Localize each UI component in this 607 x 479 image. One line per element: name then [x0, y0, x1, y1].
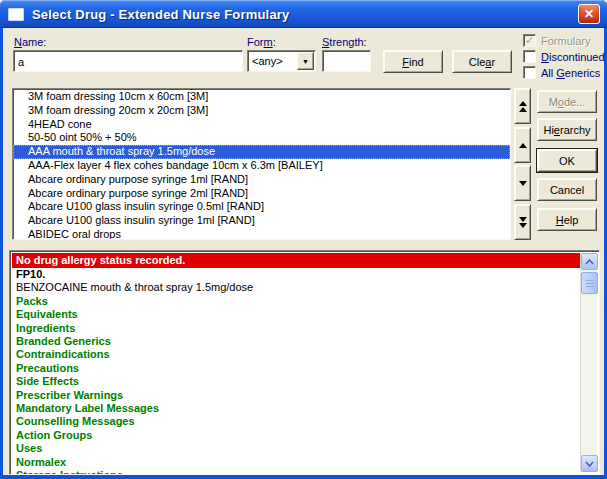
detail-link-label: Equivalents	[16, 308, 78, 320]
detail-link-label: Contraindications	[16, 348, 110, 360]
detail-link[interactable]: Precautions	[12, 362, 580, 375]
drug-list-item-label: ABIDEC oral drops	[28, 228, 121, 240]
down-arrow-icon	[519, 181, 527, 186]
detail-link-label: Ingredients	[16, 322, 75, 334]
strength-input[interactable]	[322, 50, 371, 72]
detail-link-label: Storage Instructions	[16, 469, 123, 475]
detail-link[interactable]: Branded Generics	[12, 335, 580, 348]
form-dropdown-value: <any>	[252, 55, 283, 67]
drug-list-item[interactable]: Abcare U100 glass insulin syringe 0.5ml …	[13, 200, 510, 214]
scroll-down-button[interactable]	[514, 165, 531, 201]
cancel-button[interactable]: Cancel	[537, 178, 597, 201]
drug-list-item-label: AAA mouth & throat spray 1.5mg/dose	[28, 145, 215, 157]
drug-list-item-label: AAA-Flex layer 4 flex cohes bandage 10cm…	[28, 159, 323, 171]
drug-details-content: FP10. BENZOCAINE mouth & throat spray 1.…	[12, 268, 580, 475]
detail-link[interactable]: Normalex	[12, 456, 580, 469]
drug-list-item[interactable]: 50-50 oint 50% + 50%	[13, 131, 510, 145]
all-generics-checkbox-label: All Generics	[541, 67, 600, 79]
details-scroll-down-button[interactable]	[581, 455, 598, 472]
dialog-body: Name: Form: Strength: <any> ▼ Find Clear…	[3, 28, 604, 475]
discontinued-checkbox-label: Discontinued	[541, 51, 605, 63]
drug-list-item-label: Abcare U100 glass insulin syringe 0.5ml …	[28, 200, 264, 212]
scroll-to-bottom-button[interactable]	[514, 204, 531, 240]
detail-link[interactable]: Counselling Messages	[12, 415, 580, 428]
chevron-down-icon	[585, 461, 594, 467]
select-drug-dialog: Select Drug - Extended Nurse Formulary ✕…	[0, 0, 607, 479]
drug-list-item[interactable]: 3M foam dressing 20cm x 20cm [3M]	[13, 104, 510, 118]
detail-link-label: Counselling Messages	[16, 415, 135, 427]
formulary-checkbox: ✓	[523, 34, 536, 47]
selected-drug-generic-name: BENZOCAINE mouth & throat spray 1.5mg/do…	[12, 281, 580, 294]
drug-list-item-label: 50-50 oint 50% + 50%	[28, 131, 137, 143]
detail-links: Packs Equivalents Ingredients Branded Ge…	[12, 295, 580, 475]
detail-link[interactable]: Equivalents	[12, 308, 580, 321]
detail-link[interactable]: Mandatory Label Messages	[12, 402, 580, 415]
discontinued-checkbox[interactable]	[523, 50, 536, 63]
close-icon: ✕	[584, 7, 594, 21]
detail-link[interactable]: Contraindications	[12, 348, 580, 361]
details-scrollbar[interactable]	[580, 253, 597, 472]
detail-link[interactable]: Ingredients	[12, 322, 580, 335]
check-icon: ✓	[525, 35, 534, 46]
find-button[interactable]: Find	[383, 50, 443, 73]
double-up-arrow-icon	[519, 101, 527, 112]
form-dropdown[interactable]: <any> ▼	[247, 50, 316, 72]
drug-details-panel: No drug allergy status recorded. FP10. B…	[9, 250, 600, 475]
detail-link[interactable]: Action Groups	[12, 429, 580, 442]
drug-list[interactable]: 3M foam dressing 10cm x 60cm [3M] 3M foa…	[12, 88, 511, 240]
detail-link[interactable]: Storage Instructions	[12, 469, 580, 475]
detail-link-label: Branded Generics	[16, 335, 111, 347]
drug-list-item-label: Abcare U100 glass insulin syringe 1ml [R…	[28, 214, 255, 226]
drug-list-item[interactable]: Abcare U100 glass insulin syringe 1ml [R…	[13, 214, 510, 228]
chevron-down-icon: ▼	[302, 58, 309, 65]
scroll-up-button[interactable]	[514, 127, 531, 163]
name-label: Name:	[14, 36, 46, 48]
details-scroll-up-button[interactable]	[581, 253, 598, 270]
drug-list-item-label: Abcare ordinary purpose syringe 2ml [RAN…	[28, 187, 248, 199]
form-label: Form:	[247, 36, 276, 48]
chevron-up-icon	[585, 259, 594, 265]
drug-list-item[interactable]: AAA-Flex layer 4 flex cohes bandage 10cm…	[13, 159, 510, 173]
detail-link[interactable]: Packs	[12, 295, 580, 308]
help-button[interactable]: Help	[537, 208, 597, 231]
titlebar[interactable]: Select Drug - Extended Nurse Formulary ✕	[0, 0, 607, 28]
detail-link-label: Normalex	[16, 456, 66, 468]
name-input[interactable]	[13, 50, 243, 72]
detail-link-label: Uses	[16, 442, 42, 454]
prescription-type: FP10.	[12, 268, 580, 281]
drug-list-item[interactable]: 4HEAD cone	[13, 118, 510, 132]
detail-link-label: Precautions	[16, 362, 79, 374]
scrollbar-grip-icon	[586, 280, 594, 287]
double-down-arrow-icon	[519, 217, 527, 228]
window-title: Select Drug - Extended Nurse Formulary	[32, 7, 290, 22]
detail-link-label: Packs	[16, 295, 48, 307]
drug-list-item[interactable]: Abcare ordinary purpose syringe 2ml [RAN…	[13, 187, 510, 201]
drug-list-item-label: 3M foam dressing 20cm x 20cm [3M]	[28, 104, 208, 116]
formulary-checkbox-label: Formulary	[541, 35, 591, 47]
drug-list-item[interactable]: ABIDEC oral drops	[13, 228, 510, 240]
drug-list-item[interactable]: AAA mouth & throat spray 1.5mg/dose	[13, 145, 510, 159]
hierarchy-button[interactable]: Hierarchy	[537, 118, 597, 141]
drug-list-item-label: Abcare ordinary purpose syringe 1ml [RAN…	[28, 173, 248, 185]
detail-link-label: Prescriber Warnings	[16, 389, 123, 401]
ok-button[interactable]: OK	[537, 149, 597, 172]
drug-list-item[interactable]: 3M foam dressing 10cm x 60cm [3M]	[13, 90, 510, 104]
scroll-to-top-button[interactable]	[514, 88, 531, 124]
details-scrollbar-thumb[interactable]	[581, 272, 598, 294]
list-scroll-column	[514, 88, 531, 240]
allergy-alert-text: No drug allergy status recorded.	[16, 254, 185, 266]
allergy-alert-bar: No drug allergy status recorded.	[12, 253, 580, 268]
close-button[interactable]: ✕	[578, 4, 600, 24]
drug-list-item[interactable]: Abcare ordinary purpose syringe 1ml [RAN…	[13, 173, 510, 187]
clear-button[interactable]: Clear	[452, 50, 512, 73]
form-dropdown-button[interactable]: ▼	[297, 52, 314, 70]
app-icon	[8, 8, 24, 21]
all-generics-checkbox[interactable]	[523, 66, 536, 79]
up-arrow-icon	[519, 143, 527, 148]
detail-link-label: Action Groups	[16, 429, 92, 441]
detail-link-label: Mandatory Label Messages	[16, 402, 159, 414]
detail-link[interactable]: Side Effects	[12, 375, 580, 388]
detail-link[interactable]: Prescriber Warnings	[12, 389, 580, 402]
detail-link[interactable]: Uses	[12, 442, 580, 455]
mode-button: Mode...	[537, 90, 597, 113]
